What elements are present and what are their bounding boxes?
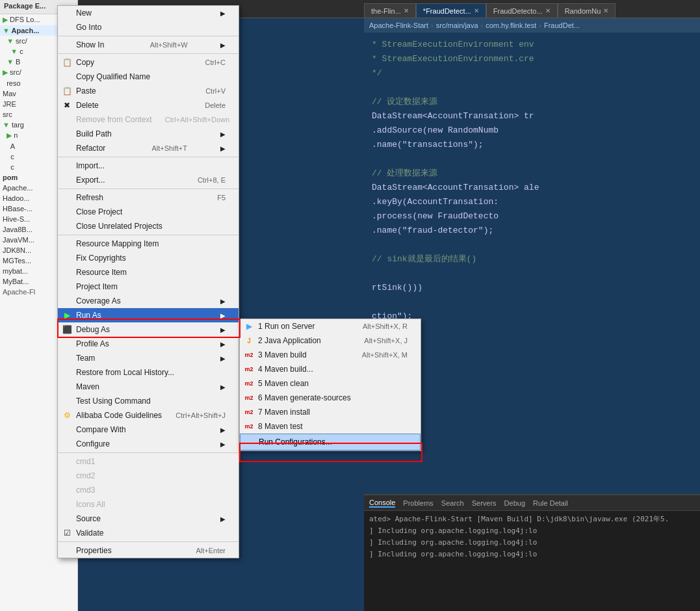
menu-delete[interactable]: ✖ Delete Delete	[58, 98, 239, 112]
m2-icon-2: m2	[244, 364, 254, 374]
menu-source-arrow: ▶	[220, 515, 226, 523]
menu-project-item[interactable]: Project Item	[58, 280, 239, 294]
code-line-2: * StreamExecutionEnvironment.cre	[372, 52, 692, 66]
menu-maven-clean[interactable]: m2 5 Maven clean	[240, 376, 421, 391]
menu-maven-build-dots[interactable]: m2 4 Maven build...	[240, 362, 421, 376]
menu-export[interactable]: Export... Ctrl+8, E	[58, 173, 239, 187]
menu-import[interactable]: Import...	[58, 159, 239, 173]
menu-maven-generate[interactable]: m2 6 Maven generate-sources	[240, 391, 421, 405]
menu-refresh[interactable]: Refresh F5	[58, 190, 239, 205]
menu-paste[interactable]: 📋 Paste Ctrl+V	[58, 84, 239, 98]
menu-resource-mapping-label: Resource Mapping Item	[76, 239, 159, 248]
console-line-4: ] Including org.apache.logging.log4j:lo	[369, 549, 695, 560]
m2-icon-4: m2	[244, 393, 254, 403]
breadcrumb-sep-2: ›	[481, 21, 484, 29]
menu-cmd2[interactable]: cmd2	[58, 469, 239, 483]
tab-flin[interactable]: the-Flin... ✕	[364, 3, 416, 18]
menu-copy-qualified[interactable]: Copy Qualified Name	[58, 70, 239, 84]
menu-maven[interactable]: Maven ▶	[58, 380, 239, 394]
menu-refresh-label: Refresh	[76, 193, 103, 202]
console-panel: Console Problems Search Servers Debug Ru…	[364, 494, 700, 611]
tab-frauddetect-close[interactable]: ✕	[474, 7, 479, 14]
menu-maven-clean-label: 5 Maven clean	[258, 379, 309, 388]
console-tab-bar: Console Problems Search Servers Debug Ru…	[364, 495, 700, 511]
menu-close-unrelated[interactable]: Close Unrelated Projects	[58, 219, 239, 233]
console-tab-console[interactable]: Console	[369, 499, 395, 508]
code-line-14: .name("fraud-detector");	[372, 224, 692, 238]
menu-debug-as-arrow: ▶	[220, 326, 226, 333]
menu-refactor[interactable]: Refactor Alt+Shift+T ▶	[58, 141, 239, 155]
menu-run-on-server[interactable]: ▶ 1 Run on Server Alt+Shift+X, R	[240, 319, 421, 333]
menu-cmd3[interactable]: cmd3	[58, 483, 239, 497]
alibaba-icon: ⚙	[62, 410, 72, 421]
code-line-12: .keyBy(AccountTransation:	[372, 195, 692, 209]
menu-coverage-as[interactable]: Coverage As ▶	[58, 294, 239, 308]
menu-copy-qualified-label: Copy Qualified Name	[76, 72, 150, 81]
menu-run-as[interactable]: ▶ Run As ▶	[58, 308, 239, 322]
tab-randomnu-close[interactable]: ✕	[603, 7, 608, 14]
breadcrumb-item-4[interactable]: FraudDet...	[544, 21, 580, 29]
menu-coverage-as-label: Coverage As	[76, 296, 121, 306]
tab-flin-close[interactable]: ✕	[404, 7, 409, 14]
menu-properties[interactable]: Properties Alt+Enter	[58, 543, 239, 558]
tab-randomnu[interactable]: RandomNu ✕	[558, 3, 616, 18]
menu-new[interactable]: New ▶	[58, 6, 239, 20]
menu-run-configurations[interactable]: Run Configurations...	[240, 434, 421, 450]
menu-copy[interactable]: 📋 Copy Ctrl+C	[58, 55, 239, 70]
menu-remove-context[interactable]: Remove from Context Ctrl+Alt+Shift+Down	[58, 112, 239, 127]
menu-team[interactable]: Team ▶	[58, 351, 239, 365]
menu-new-label: New	[76, 8, 92, 18]
menu-resource-item-label: Resource Item	[76, 268, 127, 277]
debug-as-icon: ⬛	[62, 324, 72, 335]
menu-go-into[interactable]: Go Into	[58, 20, 239, 34]
menu-maven-build[interactable]: m2 3 Maven build Alt+Shift+X, M	[240, 348, 421, 362]
console-tab-servers[interactable]: Servers	[472, 499, 497, 507]
menu-build-path[interactable]: Build Path ▶	[58, 127, 239, 141]
console-tab-rule-detail[interactable]: Rule Detail	[533, 499, 568, 507]
menu-maven-test[interactable]: m2 8 Maven test	[240, 419, 421, 434]
breadcrumb-item-2[interactable]: src/main/java	[436, 21, 478, 29]
menu-icons-all[interactable]: Icons All	[58, 497, 239, 512]
code-line-1: * StreamExecutionEnvironment env	[372, 38, 692, 52]
menu-validate[interactable]: ☑ Validate	[58, 526, 239, 540]
breadcrumb-item-3[interactable]: com.hy.flink.test	[486, 21, 536, 29]
tab-frauddetect-label: *FraudDetect...	[423, 7, 471, 15]
menu-maven-test-label: 8 Maven test	[258, 422, 303, 431]
menu-refactor-label: Refactor	[76, 144, 105, 153]
menu-sep-3	[58, 157, 239, 157]
menu-resource-mapping[interactable]: Resource Mapping Item	[58, 237, 239, 251]
code-line-4	[372, 81, 692, 95]
tab-frauddetecto-close[interactable]: ✕	[545, 7, 551, 14]
menu-close-project[interactable]: Close Project	[58, 205, 239, 219]
menu-maven-install-label: 7 Maven install	[258, 408, 310, 417]
menu-export-shortcut: Ctrl+8, E	[198, 176, 226, 184]
menu-debug-as[interactable]: ⬛ Debug As ▶	[58, 322, 239, 337]
console-tab-problems[interactable]: Problems	[403, 499, 433, 507]
context-menu: New ▶ Go Into Show In Alt+Shift+W ▶ 📋 Co…	[57, 5, 239, 558]
console-tab-debug[interactable]: Debug	[504, 499, 525, 507]
console-tab-search[interactable]: Search	[441, 499, 464, 507]
menu-cmd1[interactable]: cmd1	[58, 454, 239, 469]
menu-team-label: Team	[76, 354, 95, 363]
menu-test-command[interactable]: Test Using Command	[58, 394, 239, 408]
m2-icon-5: m2	[244, 407, 254, 417]
menu-show-in[interactable]: Show In Alt+Shift+W ▶	[58, 38, 239, 52]
menu-java-application[interactable]: J 2 Java Application Alt+Shift+X, J	[240, 333, 421, 348]
menu-fix-copyrights[interactable]: Fix Copyrights	[58, 251, 239, 265]
menu-source[interactable]: Source ▶	[58, 512, 239, 526]
menu-cmd1-label: cmd1	[76, 457, 95, 466]
menu-configure[interactable]: Configure ▶	[58, 437, 239, 451]
menu-resource-item[interactable]: Resource Item	[58, 265, 239, 280]
menu-alibaba[interactable]: ⚙ Alibaba Code Guidelines Ctrl+Alt+Shift…	[58, 408, 239, 422]
menu-paste-shortcut: Ctrl+V	[205, 87, 226, 95]
menu-restore-history[interactable]: Restore from Local History...	[58, 365, 239, 380]
breadcrumb-item-1[interactable]: Apache-Flink-Start	[369, 21, 428, 29]
tab-frauddetecto[interactable]: FraudDetecto... ✕	[486, 3, 558, 18]
menu-maven-generate-label: 6 Maven generate-sources	[258, 393, 351, 402]
menu-compare-with[interactable]: Compare With ▶	[58, 422, 239, 437]
menu-delete-shortcut: Delete	[205, 101, 226, 109]
menu-maven-install[interactable]: m2 7 Maven install	[240, 405, 421, 419]
menu-profile-as-label: Profile As	[76, 339, 109, 348]
tab-frauddetect-active[interactable]: *FraudDetect... ✕	[416, 3, 486, 18]
menu-profile-as[interactable]: Profile As ▶	[58, 337, 239, 351]
